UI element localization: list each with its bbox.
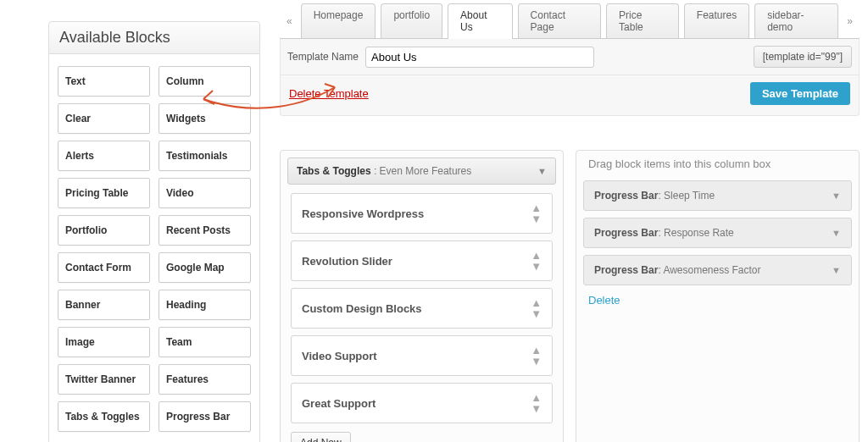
block-column[interactable]: Column	[159, 66, 251, 97]
tab-item-label: Responsive Wordpress	[302, 207, 424, 220]
tab-item-label: Video Support	[302, 350, 377, 362]
tab-item[interactable]: Responsive Wordpress▲▼	[291, 193, 553, 234]
template-name-input[interactable]	[365, 47, 594, 68]
drag-handle-icon[interactable]: ▲▼	[531, 297, 542, 319]
tab-item[interactable]: Video Support▲▼	[291, 335, 553, 376]
builder-area: « HomepageportfolioAbout UsContact PageP…	[280, 3, 860, 442]
tab-features[interactable]: Features	[684, 3, 749, 38]
block-video[interactable]: Video	[159, 178, 251, 208]
block-portfolio[interactable]: Portfolio	[58, 215, 150, 246]
block-recent-posts[interactable]: Recent Posts	[159, 215, 251, 246]
module-type: Progress Bar	[594, 227, 658, 239]
module-header-progress-bar[interactable]: Progress Bar : Response Rate▼	[583, 218, 852, 248]
tabs-scroll-right-icon[interactable]: »	[843, 15, 856, 27]
template-shortcode-button[interactable]: [template id="99"]	[754, 46, 852, 68]
chevron-down-icon[interactable]: ▼	[832, 228, 841, 238]
template-action-row: Delete Template Save Template	[280, 75, 860, 116]
tab-item-label: Revolution Slider	[302, 255, 392, 268]
tab-portfolio[interactable]: portfolio	[381, 3, 442, 38]
drag-handle-icon[interactable]: ▲▼	[531, 250, 542, 272]
column-drop-hint: Drag block items into this column box	[583, 154, 852, 180]
available-blocks-list: TextColumnClearWidgetsAlertsTestimonials…	[48, 54, 260, 442]
available-blocks-panel: Available Blocks TextColumnClearWidgetsA…	[48, 21, 260, 442]
tab-price-table[interactable]: Price Table	[606, 3, 679, 38]
template-tabs: « HomepageportfolioAbout UsContact PageP…	[280, 3, 860, 39]
delete-template-link[interactable]: Delete Template	[289, 87, 369, 100]
block-banner[interactable]: Banner	[58, 290, 150, 320]
chevron-down-icon[interactable]: ▼	[832, 191, 841, 201]
module-type: Progress Bar	[594, 264, 658, 276]
tabs-scroll-left-icon[interactable]: «	[283, 15, 296, 27]
block-team[interactable]: Team	[159, 327, 251, 357]
block-widgets[interactable]: Widgets	[159, 103, 251, 134]
block-alerts[interactable]: Alerts	[58, 141, 150, 171]
module-type: Tabs & Toggles	[297, 165, 371, 177]
module-header-progress-bar[interactable]: Progress Bar : Sleep Time▼	[583, 180, 852, 211]
template-name-label: Template Name	[287, 51, 359, 63]
block-twitter-banner[interactable]: Twitter Banner	[58, 364, 150, 395]
builder-column-left[interactable]: Tabs & Toggles : Even More Features ▼ Re…	[280, 150, 564, 442]
block-pricing-table[interactable]: Pricing Table	[58, 178, 150, 208]
module-subtitle: : Sleep Time	[658, 190, 715, 202]
block-testimonials[interactable]: Testimonials	[159, 141, 251, 171]
module-subtitle: : Awesomeness Factor	[658, 264, 760, 276]
tab-item[interactable]: Great Support▲▼	[291, 383, 553, 423]
block-text[interactable]: Text	[58, 66, 150, 97]
tab-item[interactable]: Revolution Slider▲▼	[291, 240, 553, 281]
template-name-bar: Template Name [template id="99"]	[280, 39, 860, 75]
tab-contact-page[interactable]: Contact Page	[518, 3, 602, 38]
block-progress-bar[interactable]: Progress Bar	[159, 401, 251, 432]
block-contact-form[interactable]: Contact Form	[58, 252, 150, 283]
tab-about-us[interactable]: About Us	[448, 3, 513, 38]
chevron-down-icon[interactable]: ▼	[832, 265, 841, 275]
block-tabs-toggles[interactable]: Tabs & Toggles	[58, 401, 150, 432]
tab-item-label: Great Support	[302, 397, 376, 410]
drag-handle-icon[interactable]: ▲▼	[531, 202, 542, 224]
block-clear[interactable]: Clear	[58, 103, 150, 134]
chevron-down-icon[interactable]: ▼	[537, 166, 547, 176]
module-subtitle: : Even More Features	[371, 165, 472, 177]
module-type: Progress Bar	[594, 190, 658, 202]
add-new-button[interactable]: Add New	[291, 432, 351, 442]
block-google-map[interactable]: Google Map	[159, 252, 251, 283]
drag-handle-icon[interactable]: ▲▼	[531, 392, 542, 414]
tab-sidebar-demo[interactable]: sidebar-demo	[754, 3, 838, 38]
tab-item[interactable]: Custom Design Blocks▲▼	[291, 288, 553, 329]
block-image[interactable]: Image	[58, 327, 150, 357]
module-header-tabs-toggles[interactable]: Tabs & Toggles : Even More Features ▼	[287, 157, 556, 185]
save-template-button[interactable]: Save Template	[750, 82, 850, 105]
drag-handle-icon[interactable]: ▲▼	[531, 345, 542, 367]
tab-item-label: Custom Design Blocks	[302, 302, 422, 315]
block-features[interactable]: Features	[159, 364, 251, 395]
column-delete-link[interactable]: Delete	[583, 292, 852, 308]
builder-column-right[interactable]: Drag block items into this column box Pr…	[576, 150, 860, 442]
block-heading[interactable]: Heading	[159, 290, 251, 320]
available-blocks-title: Available Blocks	[48, 21, 260, 54]
tab-homepage[interactable]: Homepage	[301, 3, 376, 38]
module-subtitle: : Response Rate	[658, 227, 733, 239]
module-header-progress-bar[interactable]: Progress Bar : Awesomeness Factor▼	[583, 255, 852, 285]
